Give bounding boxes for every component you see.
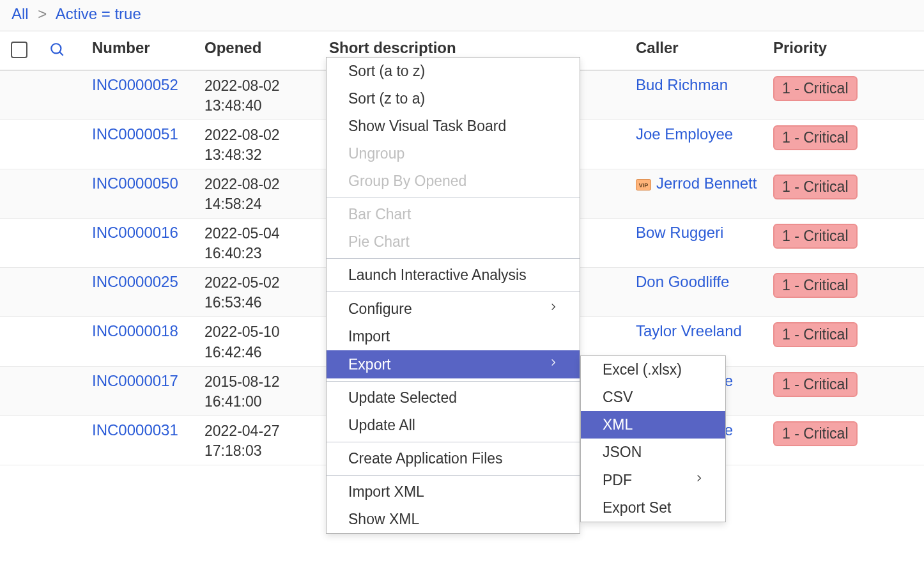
menu-import[interactable]: Import [327,323,580,350]
caller-link[interactable]: Bow Ruggeri [636,224,723,241]
menu-sort-az[interactable]: Sort (a to z) [327,58,580,85]
menu-divider [327,381,580,382]
breadcrumb: All > Active = true [0,0,924,31]
priority-badge: 1 - Critical [773,76,858,101]
incident-number-link[interactable]: INC0000031 [92,421,178,439]
opened-timestamp: 2022-08-0213:48:32 [204,125,329,165]
menu-sort-za[interactable]: Sort (z to a) [327,85,580,113]
menu-launch-interactive-analysis[interactable]: Launch Interactive Analysis [327,261,580,289]
incident-number-link[interactable]: INC0000018 [92,322,178,339]
opened-timestamp: 2022-05-0216:53:46 [204,273,329,313]
menu-pie-chart: Pie Chart [327,228,580,256]
col-header-short-description[interactable]: Short description [329,39,636,57]
menu-divider [327,442,580,442]
chevron-right-icon [549,300,558,318]
vip-icon: VIP [636,179,651,190]
col-header-priority[interactable]: Priority [773,39,882,57]
incident-number-link[interactable]: INC0000051 [92,125,178,143]
submenu-json[interactable]: JSON [581,439,725,465]
submenu-csv[interactable]: CSV [581,384,725,411]
export-submenu: Excel (.xlsx) CSV XML JSON PDF Export Se… [580,355,726,465]
priority-badge: 1 - Critical [773,125,858,150]
col-header-number[interactable]: Number [77,39,204,57]
caller-link[interactable]: Bud Richman [636,76,728,93]
menu-bar-chart: Bar Chart [327,201,580,228]
submenu-excel[interactable]: Excel (.xlsx) [581,356,725,384]
opened-timestamp: 2022-04-2717:18:03 [204,421,329,461]
svg-point-0 [51,43,61,53]
incident-number-link[interactable]: INC0000050 [92,175,178,192]
menu-divider [327,198,580,198]
breadcrumb-sep: > [38,5,47,22]
menu-update-all[interactable]: Update All [327,412,580,439]
opened-timestamp: 2022-08-0213:48:40 [204,76,329,116]
select-all-checkbox[interactable] [11,42,27,58]
priority-badge: 1 - Critical [773,175,858,199]
search-icon[interactable] [49,42,66,62]
priority-badge: 1 - Critical [773,372,858,397]
caller-link[interactable]: Don Goodliffe [636,273,729,290]
col-header-opened[interactable]: Opened [204,39,329,57]
caller-link[interactable]: Jerrod Bennett [656,175,757,192]
caller-link[interactable]: Joe Employee [636,125,733,143]
context-menu: Sort (a to z) Sort (z to a) Show Visual … [326,57,580,465]
incident-number-link[interactable]: INC0000025 [92,273,178,290]
incident-number-link[interactable]: INC0000017 [92,372,178,389]
svg-line-1 [59,52,63,55]
menu-divider [327,258,580,259]
caller-link[interactable]: Taylor Vreeland [636,322,742,339]
submenu-xml[interactable]: XML [581,411,725,439]
breadcrumb-filter[interactable]: Active = true [56,5,141,22]
menu-show-visual-task-board[interactable]: Show Visual Task Board [327,113,580,140]
menu-group-by-opened: Group By Opened [327,167,580,195]
col-header-caller[interactable]: Caller [636,39,773,57]
menu-ungroup: Ungroup [327,140,580,167]
priority-badge: 1 - Critical [773,273,858,298]
menu-configure[interactable]: Configure [327,295,580,323]
incident-number-link[interactable]: INC0000052 [92,76,178,93]
menu-update-selected[interactable]: Update Selected [327,384,580,412]
menu-create-application-files[interactable]: Create Application Files [327,445,580,465]
opened-timestamp: 2015-08-1216:41:00 [204,372,329,412]
priority-badge: 1 - Critical [773,421,858,446]
priority-badge: 1 - Critical [773,322,858,347]
menu-divider [327,292,580,292]
chevron-right-icon [549,355,558,373]
breadcrumb-all[interactable]: All [12,5,29,22]
opened-timestamp: 2022-05-1016:42:46 [204,322,329,362]
opened-timestamp: 2022-08-0214:58:24 [204,175,329,214]
priority-badge: 1 - Critical [773,224,858,249]
menu-export[interactable]: Export [327,350,580,378]
opened-timestamp: 2022-05-0416:40:23 [204,224,329,263]
incident-number-link[interactable]: INC0000016 [92,224,178,241]
